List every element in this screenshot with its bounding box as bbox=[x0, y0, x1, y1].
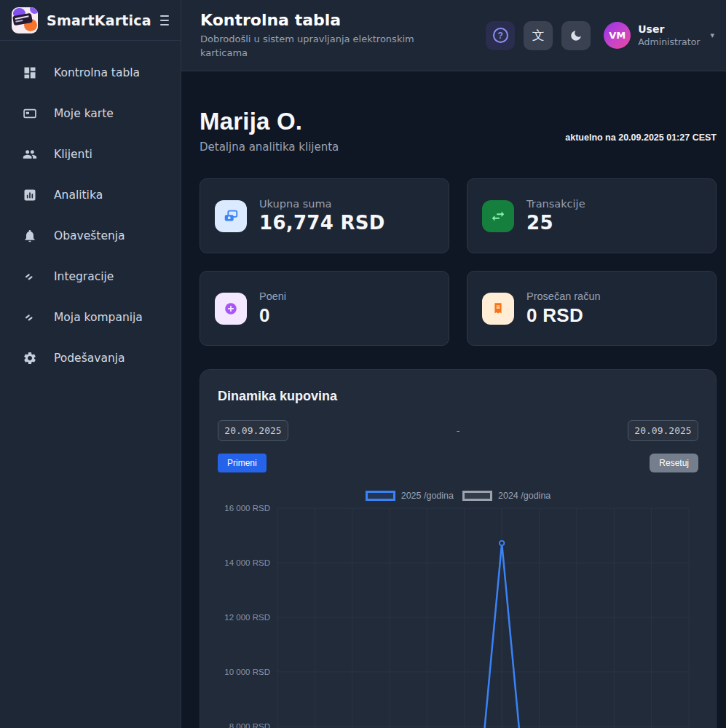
stat-label: Poeni bbox=[259, 290, 286, 302]
page-title: Kontrolna tabla bbox=[200, 11, 451, 29]
dashboard-icon bbox=[23, 66, 37, 80]
hamburger-menu-icon[interactable] bbox=[160, 14, 169, 27]
translate-icon: 文 bbox=[532, 29, 545, 41]
brand-row: SmartKartica bbox=[0, 0, 181, 41]
user-menu[interactable]: VM User Administrator ▾ bbox=[604, 22, 714, 49]
language-button[interactable]: 文 bbox=[524, 21, 553, 50]
plus-circle-icon bbox=[215, 293, 247, 325]
svg-text:12 000 RSD: 12 000 RSD bbox=[224, 613, 270, 622]
sidebar-item-label: Moje karte bbox=[54, 107, 114, 120]
legend-swatch-2025 bbox=[366, 491, 395, 501]
sidebar-item-kontrolna-tabla[interactable]: Kontrolna tabla bbox=[0, 52, 181, 93]
chevron-down-icon: ▾ bbox=[710, 31, 714, 40]
svg-text:14 000 RSD: 14 000 RSD bbox=[224, 558, 270, 567]
stats-grid: Ukupna suma 16,774 RSD Transakcije 25 Po… bbox=[200, 178, 717, 346]
clients-icon bbox=[23, 147, 37, 162]
help-button[interactable]: ? bbox=[486, 21, 515, 50]
moon-icon bbox=[569, 29, 583, 42]
legend-item-2024[interactable]: 2024 /godina bbox=[462, 491, 551, 501]
sidebar-item-label: Integracije bbox=[54, 270, 114, 283]
chart-legend: 2025 /godina 2024 /godina bbox=[200, 491, 716, 501]
stat-card-prosecan-racun: Prosečan račun 0 RSD bbox=[467, 271, 717, 346]
sidebar: SmartKartica Kontrolna tabla Moje karte … bbox=[0, 0, 181, 728]
analytics-icon bbox=[23, 188, 37, 202]
sidebar-item-label: Klijenti bbox=[54, 148, 92, 161]
stat-value: 16,774 RSD bbox=[259, 212, 385, 234]
stat-card-poeni: Poeni 0 bbox=[200, 271, 449, 346]
panel-title: Dinamika kupovina bbox=[200, 370, 716, 404]
apply-button[interactable]: Primeni bbox=[218, 454, 267, 472]
company-icon bbox=[23, 310, 37, 325]
help-icon: ? bbox=[493, 28, 508, 43]
stat-card-transakcije: Transakcije 25 bbox=[467, 178, 717, 253]
stat-value: 25 bbox=[526, 212, 585, 234]
stat-value: 0 RSD bbox=[526, 304, 601, 327]
transfer-icon bbox=[482, 200, 514, 232]
last-updated-text: aktuelno na 20.09.2025 01:27 CEST bbox=[565, 132, 717, 143]
date-range-row: - bbox=[200, 404, 716, 441]
reset-button[interactable]: Resetuj bbox=[650, 454, 698, 472]
sidebar-item-podesavanja[interactable]: Podešavanja bbox=[0, 338, 181, 379]
sidebar-item-label: Kontrolna tabla bbox=[54, 66, 140, 79]
brand-name: SmartKartica bbox=[47, 12, 151, 28]
chart-canvas: 16 000 RSD14 000 RSD12 000 RSD10 000 RSD… bbox=[200, 502, 717, 728]
sidebar-item-obavestenja[interactable]: Obaveštenja bbox=[0, 215, 181, 256]
filter-buttons-row: Primeni Resetuj bbox=[200, 441, 716, 472]
date-from-input[interactable] bbox=[218, 420, 288, 441]
stat-label: Ukupna suma bbox=[259, 198, 385, 210]
avatar: VM bbox=[604, 22, 631, 49]
svg-text:8 000 RSD: 8 000 RSD bbox=[229, 722, 270, 728]
sidebar-item-moja-kompanija[interactable]: Moja kompanija bbox=[0, 297, 181, 338]
sidebar-item-moje-karte[interactable]: Moje karte bbox=[0, 93, 181, 134]
sidebar-item-label: Obaveštenja bbox=[54, 229, 125, 242]
sidebar-item-label: Podešavanja bbox=[54, 352, 125, 365]
main-content: Marija O. Detaljna analitika klijenta ak… bbox=[181, 0, 726, 728]
page-subtitle: Dobrodošli u sistem upravljanja elektron… bbox=[200, 33, 451, 60]
settings-icon bbox=[23, 351, 37, 365]
topbar: Kontrolna tabla Dobrodošli u sistem upra… bbox=[181, 0, 726, 71]
legend-label: 2024 /godina bbox=[498, 491, 551, 501]
card-icon bbox=[23, 106, 37, 121]
svg-text:16 000 RSD: 16 000 RSD bbox=[224, 504, 270, 513]
sidebar-nav: Kontrolna tabla Moje karte Klijenti Anal… bbox=[0, 41, 181, 379]
client-name: Marija O. bbox=[200, 108, 339, 135]
integrations-icon bbox=[23, 269, 37, 284]
stat-label: Transakcije bbox=[526, 198, 585, 210]
stat-value: 0 bbox=[259, 304, 286, 327]
date-range-separator: - bbox=[457, 425, 460, 436]
line-chart[interactable]: 16 000 RSD14 000 RSD12 000 RSD10 000 RSD… bbox=[200, 502, 716, 728]
sidebar-item-analitika[interactable]: Analitika bbox=[0, 175, 181, 215]
sidebar-item-label: Analitika bbox=[54, 189, 103, 202]
sidebar-item-integracije[interactable]: Integracije bbox=[0, 256, 181, 297]
sidebar-item-klijenti[interactable]: Klijenti bbox=[0, 134, 181, 175]
svg-text:10 000 RSD: 10 000 RSD bbox=[224, 668, 270, 676]
legend-swatch-2024 bbox=[462, 491, 492, 501]
stat-card-ukupna-suma: Ukupna suma 16,774 RSD bbox=[200, 178, 449, 253]
dark-mode-button[interactable] bbox=[561, 21, 591, 50]
legend-label: 2025 /godina bbox=[401, 491, 454, 501]
date-to-input[interactable] bbox=[628, 420, 698, 441]
legend-item-2025[interactable]: 2025 /godina bbox=[366, 491, 454, 501]
user-name: User bbox=[638, 23, 700, 36]
client-subtitle: Detaljna analitika klijenta bbox=[200, 141, 339, 154]
bell-icon bbox=[23, 229, 37, 243]
user-role: Administrator bbox=[638, 36, 700, 47]
purchase-dynamics-panel: Dinamika kupovina - Primeni Resetuj 2025… bbox=[200, 369, 717, 728]
app-logo bbox=[12, 7, 38, 33]
cards-icon bbox=[215, 200, 247, 232]
sidebar-item-label: Moja kompanija bbox=[54, 311, 143, 324]
client-header: Marija O. Detaljna analitika klijenta ak… bbox=[200, 108, 717, 154]
stat-label: Prosečan račun bbox=[526, 290, 601, 302]
receipt-icon bbox=[482, 293, 514, 325]
